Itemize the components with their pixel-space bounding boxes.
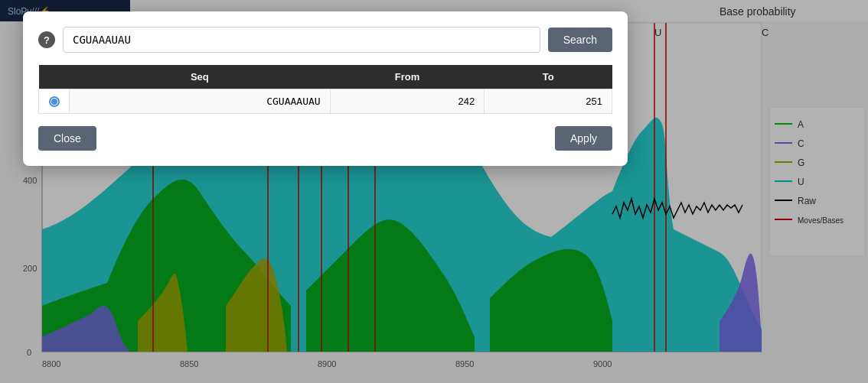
table-header-from: From [330,65,485,89]
search-row: ? Search [38,27,612,53]
table-row[interactable]: CGUAAAUAU 242 251 [39,89,612,114]
table-header-seq: Seq [70,65,331,89]
modal-overlay: ? Search Seq From To CGUAAAUAU [0,0,868,383]
table-cell-radio[interactable] [39,89,70,114]
row-radio-button[interactable] [49,96,60,107]
results-table: Seq From To CGUAAAUAU 242 251 [38,65,612,114]
help-icon[interactable]: ? [38,31,55,48]
table-header-to: To [485,65,612,89]
search-button[interactable]: Search [548,28,612,52]
apply-button[interactable]: Apply [555,126,612,151]
table-header-select [39,65,70,89]
search-input[interactable] [63,27,540,53]
table-cell-from: 242 [330,89,485,114]
table-cell-seq: CGUAAAUAU [70,89,331,114]
modal-footer: Close Apply [38,126,612,151]
close-button[interactable]: Close [38,126,96,151]
table-cell-to: 251 [485,89,612,114]
search-dialog: ? Search Seq From To CGUAAAUAU [23,11,628,166]
